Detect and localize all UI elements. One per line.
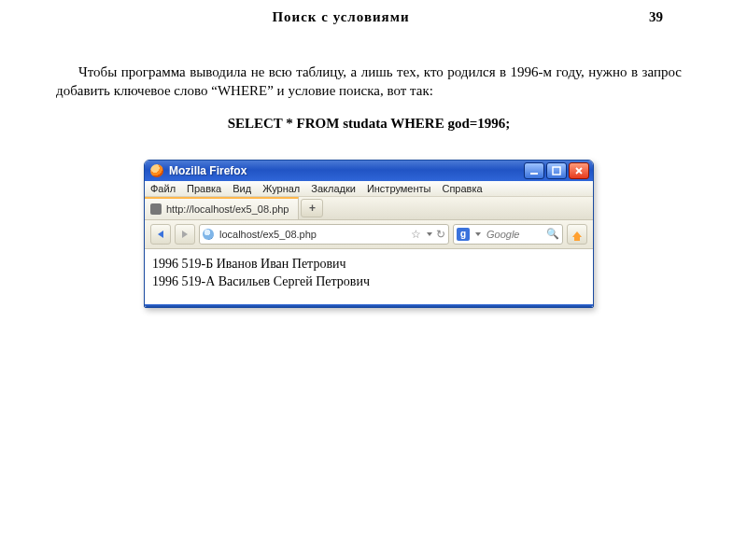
back-button[interactable] [150, 224, 171, 245]
maximize-button[interactable] [546, 162, 567, 179]
svg-rect-1 [553, 167, 560, 175]
reload-icon[interactable]: ↻ [436, 229, 445, 240]
forward-button[interactable] [175, 224, 195, 245]
tabbar: http://localhost/ex5_08.php + [145, 197, 593, 220]
window-border-bottom [145, 304, 593, 307]
body-paragraph: Чтобы программа выводила не всю таблицу,… [56, 63, 682, 101]
search-input[interactable] [485, 228, 543, 241]
bookmark-star-icon[interactable]: ☆ [411, 229, 421, 240]
menu-edit[interactable]: Правка [187, 183, 221, 194]
sql-query: SELECT * FROM studata WHERE god=1996; [56, 116, 682, 132]
menu-view[interactable]: Вид [233, 183, 251, 194]
tab-active[interactable]: http://localhost/ex5_08.php [145, 197, 299, 219]
page-content: 1996 519-Б Иванов Иван Петрович 1996 519… [145, 249, 593, 304]
search-bar[interactable]: g 🔍 [453, 224, 563, 245]
svg-rect-0 [530, 173, 538, 175]
url-input[interactable] [218, 228, 407, 241]
address-bar[interactable]: ☆ ↻ [199, 224, 449, 245]
close-button[interactable] [569, 162, 589, 179]
menu-history[interactable]: Журнал [262, 183, 300, 194]
menu-bookmarks[interactable]: Закладки [311, 183, 356, 194]
history-dropdown-icon[interactable] [427, 232, 432, 236]
firefox-window: Mozilla Firefox Файл Правка Вид Журнал З… [144, 160, 594, 308]
result-line: 1996 519-А Васильев Сергей Петрович [152, 273, 585, 291]
arrow-right-icon [182, 231, 188, 238]
window-title: Mozilla Firefox [169, 164, 524, 177]
site-icon [150, 203, 162, 215]
tab-title: http://localhost/ex5_08.php [166, 203, 289, 215]
home-button[interactable] [567, 224, 587, 245]
page-header: Поиск с условиями 39 [56, 9, 663, 25]
result-line: 1996 519-Б Иванов Иван Петрович [152, 255, 585, 273]
menu-file[interactable]: Файл [150, 183, 176, 194]
page-number: 39 [626, 9, 663, 25]
header-title: Поиск с условиями [56, 9, 626, 25]
minimize-button[interactable] [524, 162, 544, 179]
globe-icon [203, 229, 214, 240]
search-engine-dropdown-icon[interactable] [475, 232, 481, 236]
search-engine-icon[interactable]: g [457, 228, 470, 241]
titlebar[interactable]: Mozilla Firefox [145, 161, 593, 181]
menu-help[interactable]: Справка [442, 183, 482, 194]
menubar: Файл Правка Вид Журнал Закладки Инструме… [145, 181, 593, 197]
new-tab-button[interactable]: + [301, 199, 323, 217]
firefox-icon [150, 164, 163, 177]
arrow-left-icon [158, 231, 163, 238]
home-icon [572, 231, 582, 237]
toolbar: ☆ ↻ g 🔍 [145, 220, 593, 249]
magnifier-icon[interactable]: 🔍 [546, 228, 559, 240]
menu-tools[interactable]: Инструменты [367, 183, 431, 194]
